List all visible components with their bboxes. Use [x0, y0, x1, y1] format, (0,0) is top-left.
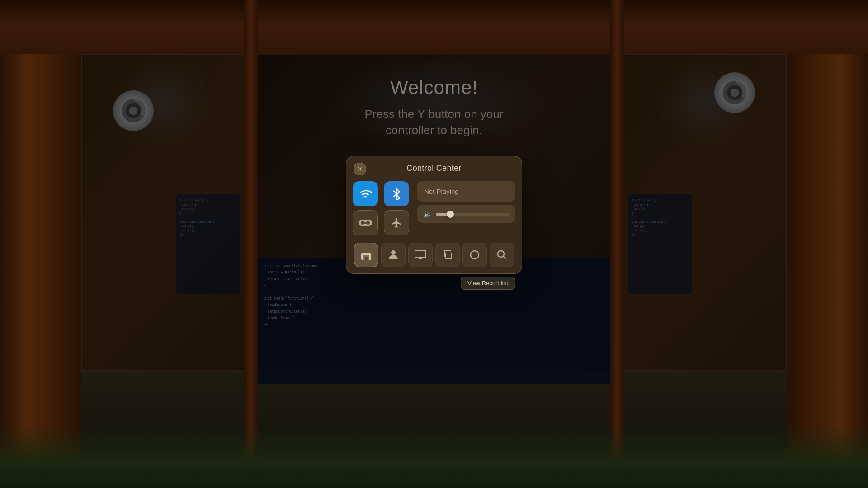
icon-grid — [353, 181, 411, 235]
svg-point-13 — [391, 250, 396, 255]
svg-point-2 — [129, 107, 138, 115]
vr-headset-icon — [358, 218, 373, 228]
welcome-container: Welcome! Press the Y button on your cont… — [365, 77, 504, 139]
control-center-modal: ✕ Control Center — [346, 156, 522, 274]
steam-icon-left — [120, 97, 147, 124]
steam-logo-right — [714, 72, 755, 113]
user-button[interactable] — [381, 243, 406, 267]
steam-icon-right — [721, 79, 748, 106]
circle-button[interactable] — [462, 243, 487, 267]
bottom-toolbar — [346, 243, 522, 273]
close-icon: ✕ — [357, 165, 363, 173]
user-icon — [388, 249, 398, 260]
view-recording-tooltip[interactable]: View Recording — [461, 277, 515, 290]
volume-icon: 🔈 — [423, 210, 432, 218]
now-playing-box: Not Playing — [417, 181, 515, 202]
bluetooth-button[interactable] — [384, 181, 409, 206]
modal-body: Not Playing 🔈 — [346, 178, 522, 243]
search-button[interactable] — [490, 243, 514, 267]
modal-title: Control Center — [406, 164, 461, 173]
vr-headset-button[interactable] — [353, 210, 378, 235]
now-playing-label: Not Playing — [424, 188, 459, 195]
copy-button[interactable] — [435, 243, 460, 267]
svg-point-7 — [361, 221, 364, 225]
search-icon — [497, 250, 507, 260]
wifi-button[interactable] — [353, 181, 378, 206]
welcome-subtitle: Press the Y button on your controller to… — [365, 106, 504, 139]
svg-line-20 — [503, 256, 506, 259]
display-icon — [415, 250, 426, 260]
svg-rect-17 — [446, 253, 452, 259]
copy-icon — [443, 250, 453, 260]
right-section: Not Playing 🔈 — [417, 181, 515, 235]
steam-logo-left — [113, 90, 154, 131]
welcome-line1: Press the Y button on your — [365, 107, 504, 121]
code-panel-left: function init() { var x = 1; load(); } g… — [176, 194, 240, 294]
display-button[interactable] — [408, 243, 433, 267]
modal-header: ✕ Control Center — [346, 156, 522, 178]
volume-track[interactable] — [436, 213, 509, 216]
home-icon — [360, 250, 372, 260]
airplane-icon — [391, 217, 402, 229]
wifi-icon — [359, 188, 372, 200]
code-panel-right: function init() { var x = 1; load(); } g… — [628, 194, 692, 294]
svg-point-8 — [366, 221, 370, 225]
welcome-line2: controller to begin. — [386, 123, 482, 137]
volume-box: 🔈 — [417, 205, 515, 223]
svg-point-19 — [498, 251, 504, 257]
home-button[interactable] — [354, 243, 378, 267]
circle-icon — [470, 250, 480, 260]
bluetooth-icon — [391, 188, 402, 200]
airplane-button[interactable] — [384, 210, 409, 235]
svg-rect-14 — [415, 250, 426, 258]
code-panel-center: function gameState(param) { var x = para… — [258, 258, 610, 384]
svg-point-5 — [731, 89, 739, 97]
svg-rect-9 — [364, 222, 366, 224]
view-recording-label: View Recording — [467, 280, 509, 286]
close-button[interactable]: ✕ — [354, 163, 366, 175]
volume-thumb[interactable] — [447, 211, 454, 218]
welcome-title: Welcome! — [365, 77, 504, 99]
svg-point-18 — [471, 251, 479, 259]
svg-rect-12 — [365, 257, 368, 260]
